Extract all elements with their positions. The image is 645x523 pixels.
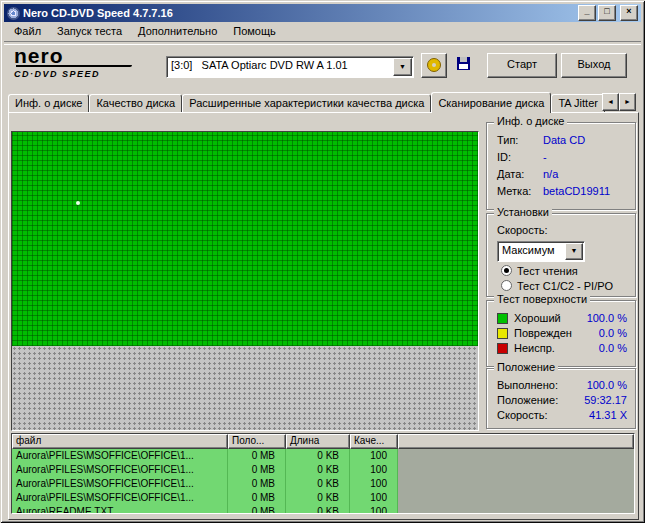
speed-select-value: Максимум (502, 244, 555, 256)
menu-item-help[interactable]: Помощь (225, 23, 284, 41)
tab-scroll-buttons: ◄ ► (602, 93, 636, 111)
file-row[interactable]: Aurora\README.TXT 0 MB 0 KB 100 (12, 505, 634, 514)
file-position-cell: 0 MB (228, 491, 286, 505)
settings-group-title: Установки (494, 206, 552, 218)
app-icon (7, 7, 20, 20)
file-length-cell: 0 KB (286, 491, 350, 505)
done-value: 100.0 % (587, 378, 627, 392)
menu-item-run-test[interactable]: Запуск теста (49, 23, 130, 41)
disc-date-value: n/a (543, 168, 558, 180)
drive-select-arrow-icon[interactable]: ▼ (393, 58, 412, 76)
settings-group: Установки Скорость: Максимум ▼ Тест чтен… (486, 213, 636, 297)
file-position-cell: 0 MB (228, 449, 286, 463)
menu-item-file[interactable]: Файл (6, 23, 49, 41)
speed-label: Скорость: (497, 224, 548, 236)
surface-map-defect-dot (76, 201, 80, 205)
drive-select-value: [3:0] SATA Optiarc DVD RW A 1.01 (171, 59, 348, 71)
radio-c1c2-test[interactable]: Тест C1/C2 - PI/PO (501, 279, 613, 292)
unreadable-swatch-icon (497, 343, 508, 354)
disc-type-value: Data CD (543, 134, 585, 146)
exit-button[interactable]: Выход (561, 53, 627, 78)
start-button[interactable]: Старт (487, 53, 557, 78)
file-row[interactable]: Aurora\PFILES\MSOFFICE\OFFICE\1... 0 MB … (12, 449, 634, 463)
radio-read-test-circle-icon[interactable] (501, 265, 512, 276)
file-quality-cell: 100 (350, 477, 398, 491)
file-quality-cell: 100 (350, 491, 398, 505)
good-label: Хороший (514, 311, 561, 325)
file-length-cell: 0 KB (286, 449, 350, 463)
file-quality-cell: 100 (350, 505, 398, 514)
unreadable-label: Неиспр. (514, 341, 555, 355)
tab-bar: Инф. о диске Качество диска Расширенные … (8, 92, 637, 113)
tab-ta-jitter[interactable]: TA Jitter (551, 94, 605, 113)
header-filler (398, 434, 634, 449)
header-position[interactable]: Поло... (228, 434, 286, 449)
header-quality[interactable]: Каче... (350, 434, 398, 449)
disc-id-value: - (543, 151, 547, 163)
nero-logo: nero CD·DVD SPEED (14, 46, 159, 79)
tab-scandisc[interactable]: Сканирование диска (431, 92, 551, 113)
tab-disc-info[interactable]: Инф. о диске (8, 94, 89, 113)
options-button[interactable] (421, 53, 447, 78)
title-bar: Nero CD-DVD Speed 4.7.7.16 _ □ × (4, 4, 641, 22)
tab-scroll-left-icon[interactable]: ◄ (602, 93, 619, 111)
position-group: Положение Выполнено: 100.0 % Положение: … (486, 368, 636, 429)
maximize-button[interactable]: □ (598, 5, 616, 21)
app-window: Nero CD-DVD Speed 4.7.7.16 _ □ × Файл За… (0, 0, 645, 523)
file-position-cell: 0 MB (228, 505, 286, 514)
tab-disc-quality[interactable]: Качество диска (89, 94, 182, 113)
file-position-cell: 0 MB (228, 463, 286, 477)
file-table: файл Поло... Длина Каче... Aurora\PFILES… (11, 433, 635, 514)
file-name-cell: Aurora\PFILES\MSOFFICE\OFFICE\1... (12, 463, 228, 477)
header-length[interactable]: Длина (286, 434, 350, 449)
speed-select[interactable]: Максимум ▼ (497, 241, 585, 262)
disc-id-label: ID: (497, 149, 543, 165)
disc-info-group-title: Инф. о диске (494, 115, 567, 127)
file-length-cell: 0 KB (286, 477, 350, 491)
nero-logo-wordmark: nero (14, 46, 159, 65)
tab-advanced-quality[interactable]: Расширенные характеристики качества диск… (182, 94, 431, 113)
good-swatch-icon (497, 313, 508, 324)
window-controls: _ □ × (578, 5, 638, 21)
radio-c1c2-test-label: Тест C1/C2 - PI/PO (517, 280, 613, 292)
disc-type-label: Тип: (497, 132, 543, 148)
disc-label-value: betaCD19911 (543, 185, 610, 197)
menu-bar: Файл Запуск теста Дополнительно Помощь (6, 23, 284, 41)
file-row[interactable]: Aurora\PFILES\MSOFFICE\OFFICE\1... 0 MB … (12, 491, 634, 505)
file-row[interactable]: Aurora\PFILES\MSOFFICE\OFFICE\1... 0 MB … (12, 477, 634, 491)
speed-readout-value: 41.31 X (589, 408, 627, 422)
speed-select-arrow-icon[interactable]: ▼ (565, 243, 583, 260)
nero-logo-subtitle: CD·DVD SPEED (14, 69, 159, 79)
file-name-cell: Aurora\README.TXT (12, 505, 228, 514)
surface-test-group-title: Тест поверхности (494, 293, 590, 305)
done-label: Выполнено: (497, 378, 558, 392)
damaged-percent: 0.0 % (599, 326, 627, 340)
file-name-cell: Aurora\PFILES\MSOFFICE\OFFICE\1... (12, 491, 228, 505)
close-button[interactable]: × (620, 5, 638, 21)
speed-readout-label: Скорость: (497, 408, 548, 422)
surface-map-scanned-area (12, 132, 478, 346)
file-name-cell: Aurora\PFILES\MSOFFICE\OFFICE\1... (12, 449, 228, 463)
options-gear-icon (427, 58, 441, 72)
damaged-swatch-icon (497, 328, 508, 339)
tab-scroll-right-icon[interactable]: ► (619, 93, 636, 111)
unreadable-percent: 0.0 % (599, 341, 627, 355)
header-file[interactable]: файл (12, 434, 228, 449)
position-value: 59:32.17 (584, 393, 627, 407)
file-quality-cell: 100 (350, 463, 398, 477)
file-length-cell: 0 KB (286, 505, 350, 514)
drive-select[interactable]: [3:0] SATA Optiarc DVD RW A 1.01 ▼ (166, 56, 414, 78)
menu-item-extras[interactable]: Дополнительно (130, 23, 225, 41)
file-row[interactable]: Aurora\PFILES\MSOFFICE\OFFICE\1... 0 MB … (12, 463, 634, 477)
damaged-label: Поврежден (514, 326, 572, 340)
disc-info-group: Инф. о диске Тип:Data CD ID:- Дата:n/a М… (486, 122, 636, 210)
radio-c1c2-test-circle-icon[interactable] (501, 280, 512, 291)
minimize-button[interactable]: _ (578, 5, 596, 21)
save-button[interactable] (451, 53, 475, 76)
window-title: Nero CD-DVD Speed 4.7.7.16 (23, 7, 578, 19)
radio-read-test[interactable]: Тест чтения (501, 264, 578, 277)
position-group-title: Положение (494, 361, 558, 373)
disc-label-label: Метка: (497, 183, 543, 199)
menu-separator (4, 41, 641, 45)
position-label: Положение: (497, 393, 558, 407)
